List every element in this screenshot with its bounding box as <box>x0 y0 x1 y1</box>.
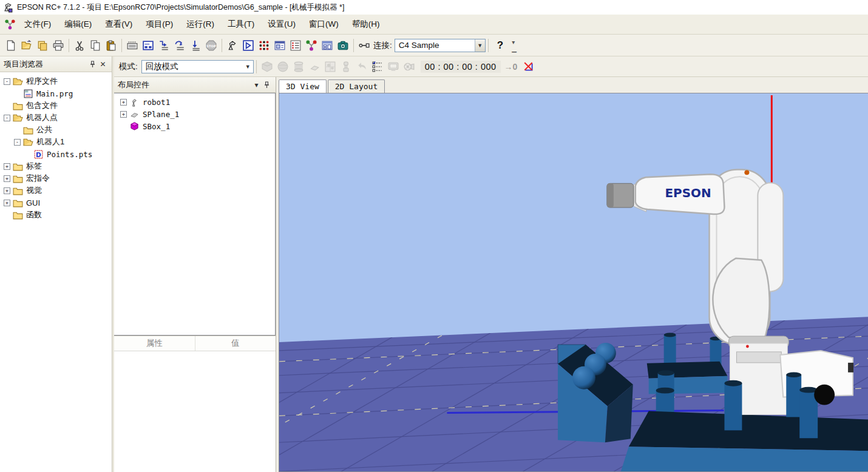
print-icon[interactable] <box>50 38 66 53</box>
folder-open-icon <box>13 77 23 86</box>
copy-icon[interactable] <box>87 38 103 53</box>
value-column-header: 值 <box>195 336 276 351</box>
cut-icon[interactable] <box>72 38 87 53</box>
tree-item-robot-points[interactable]: - 机器人点 <box>4 112 112 124</box>
epson-logo: EPSON <box>665 186 711 200</box>
add-joint-icon[interactable] <box>338 59 354 75</box>
camera-icon[interactable] <box>335 38 351 53</box>
tab-3d-view[interactable]: 3D View <box>279 79 327 93</box>
menu-tools[interactable]: 工具(T) <box>221 16 261 33</box>
tree-item-common[interactable]: 公共 <box>4 124 112 136</box>
mode-select[interactable]: 回放模式 ▼ <box>141 60 254 73</box>
connect-plug-icon <box>356 38 372 53</box>
toolbar-overflow-button[interactable]: ▾▁ <box>509 38 519 53</box>
add-cylinder-icon[interactable] <box>291 59 307 75</box>
run-window-icon[interactable] <box>240 38 256 53</box>
new-file-icon[interactable] <box>3 38 19 53</box>
svg-text:D: D <box>36 150 41 158</box>
undo-icon[interactable] <box>354 59 370 75</box>
menu-run[interactable]: 运行(R) <box>180 16 221 33</box>
tree-item-labels[interactable]: + 标签 <box>4 160 112 172</box>
folder-icon <box>13 198 23 207</box>
menu-file[interactable]: 文件(F) <box>18 16 58 33</box>
tree-item-main-prg[interactable]: Main.prg <box>4 87 112 99</box>
simulation-time: 00 : 00 : 00 : 000 <box>421 61 501 73</box>
folder-icon <box>13 186 23 195</box>
step-into-icon[interactable] <box>156 38 172 53</box>
add-box-icon[interactable] <box>259 59 275 75</box>
connect-label: 连接: <box>373 40 392 51</box>
mode-label: 模式: <box>119 61 138 72</box>
chevron-down-icon[interactable]: ▼ <box>243 61 253 73</box>
tree-item-vision[interactable]: + 视觉 <box>4 184 112 197</box>
menu-project[interactable]: 项目(P) <box>139 16 180 33</box>
mode-value: 回放模式 <box>142 61 243 72</box>
simulator-region: 模式: 回放模式 ▼ 00 : 00 : 00 : 000 →0 <box>114 56 868 472</box>
tree-item-points-pts[interactable]: D Points.pts <box>4 148 112 160</box>
toolbar-separator <box>488 39 489 52</box>
step-out-icon[interactable] <box>188 38 203 53</box>
menu-view[interactable]: 查看(V) <box>98 16 139 33</box>
chevron-down-icon[interactable]: ▼ <box>475 39 485 52</box>
tree-item-include-files[interactable]: 包含文件 <box>4 99 112 112</box>
black-sphere <box>814 385 835 405</box>
3d-view[interactable]: EPSON <box>279 93 868 472</box>
help-button[interactable]: ? <box>491 39 509 52</box>
add-sphere-icon[interactable] <box>275 59 291 75</box>
folder-icon <box>13 101 23 110</box>
tree-item-sbox[interactable]: SBox_1 <box>115 120 274 132</box>
io-monitor-icon[interactable] <box>256 38 272 53</box>
add-pattern-icon[interactable] <box>322 59 338 75</box>
connection-select[interactable]: C4 Sample ▼ <box>395 39 486 52</box>
tree-item-splane[interactable]: + SPlane_1 <box>115 108 274 120</box>
stop-icon[interactable]: STOP <box>203 38 219 53</box>
toolbar-separator <box>121 39 122 52</box>
add-plane-icon[interactable] <box>307 59 322 75</box>
step-count: →0 <box>504 62 518 72</box>
paste-icon[interactable] <box>103 38 119 53</box>
tree-item-gui[interactable]: + GUI <box>4 197 112 209</box>
menu-setup[interactable]: 设置(U) <box>261 16 302 33</box>
project-windows-icon[interactable] <box>35 38 50 53</box>
robot-led <box>744 170 749 175</box>
robot-icon <box>129 98 140 107</box>
menu-window[interactable]: 窗口(W) <box>302 16 345 33</box>
io-keyboard-icon[interactable] <box>124 38 140 53</box>
folder-icon <box>13 162 23 171</box>
toolbar-separator <box>69 39 69 52</box>
task-manager-icon[interactable] <box>288 38 303 53</box>
simulator-icon[interactable] <box>303 38 319 53</box>
vision-window-icon[interactable] <box>272 38 288 53</box>
mdi-child-icon[interactable] <box>5 19 15 30</box>
tree-item-macros[interactable]: + 宏指令 <box>4 172 112 184</box>
project-browser-header: 项目浏览器 ✕ <box>0 56 112 72</box>
layout-controls-header: 布局控件 ▾ <box>114 77 276 93</box>
point-list-icon[interactable] <box>370 59 385 75</box>
close-icon[interactable]: ✕ <box>98 59 108 69</box>
video-icon[interactable] <box>401 59 417 75</box>
monitor-icon[interactable] <box>385 59 401 75</box>
menu-help[interactable]: 帮助(H) <box>345 16 387 33</box>
magenta-box-icon <box>129 122 140 131</box>
robot-manager-icon[interactable] <box>225 38 240 53</box>
platform-object <box>621 411 868 471</box>
chevron-down-icon[interactable]: ▾ <box>251 79 262 90</box>
tab-2d-layout[interactable]: 2D Layout <box>328 79 385 93</box>
command-window-icon[interactable] <box>140 38 156 53</box>
step-over-icon[interactable] <box>172 38 188 53</box>
tree-item-robot1[interactable]: - 机器人1 <box>4 136 112 148</box>
tree-item-functions[interactable]: 函数 <box>4 209 112 221</box>
layout-objects-tree: + robot1 + SPlane_1 SBox_1 <box>114 93 276 335</box>
folder-open-icon <box>13 113 23 123</box>
menu-bar: 文件(F) 编辑(E) 查看(V) 项目(P) 运行(R) 工具(T) 设置(U… <box>0 15 868 35</box>
tree-item-program-files[interactable]: - 程序文件 <box>4 75 112 87</box>
property-column-header: 属性 <box>114 336 195 351</box>
pin-icon[interactable] <box>87 59 98 69</box>
close-view-icon[interactable] <box>521 59 537 75</box>
pin-icon[interactable] <box>262 79 272 90</box>
project-browser-panel: 项目浏览器 ✕ - 程序文件 Main.prg 包含文件 <box>0 56 112 472</box>
tree-item-robot1-object[interactable]: + robot1 <box>115 96 274 108</box>
open-project-icon[interactable] <box>19 38 35 53</box>
gui-builder-icon[interactable] <box>319 38 335 53</box>
menu-edit[interactable]: 编辑(E) <box>58 16 98 33</box>
